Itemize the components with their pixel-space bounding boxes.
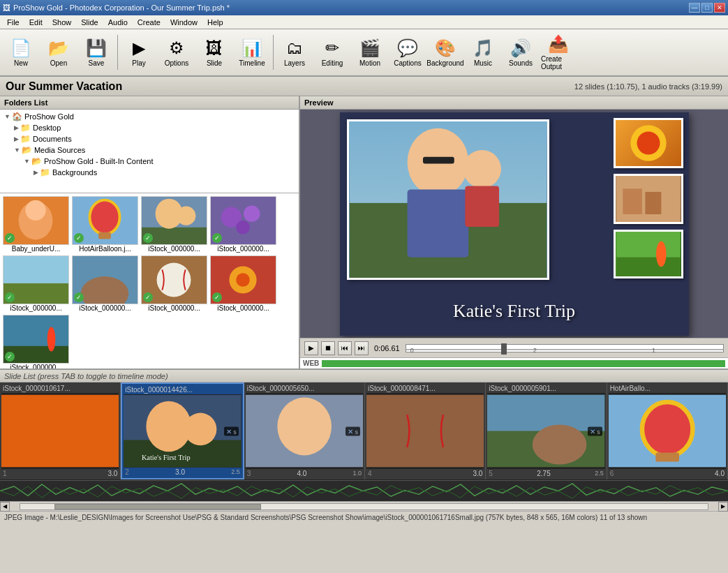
expand-icon: ▶ (14, 124, 19, 131)
folder-item-media-sources[interactable]: ▼ 📂 Media Sources (1, 144, 297, 156)
folder-label: Media Sources (34, 146, 85, 154)
timeline-label: Timeline (239, 59, 265, 67)
slide-num-4: 5 (489, 470, 493, 477)
slide-item-0[interactable]: iStock_0000010617... 1 3.0 (0, 382, 121, 479)
svg-point-36 (637, 131, 660, 154)
menu-item-create[interactable]: Create (133, 17, 165, 28)
toolbar-btn-open[interactable]: 📂Open (40, 31, 77, 73)
slide-list-toggle[interactable]: Slide List (press TAB to toggle to timel… (4, 372, 168, 380)
media-thumb-label-thumb6: iStock_000000... (79, 304, 131, 312)
play-button[interactable]: ▶ (304, 341, 318, 355)
media-thumb-img-thumb6: ✓ (72, 255, 138, 304)
scroll-right-button[interactable]: ▶ (718, 502, 728, 512)
folders-header: Folders List (0, 96, 299, 110)
check-badge-thumb7: ✓ (143, 292, 153, 302)
slide-trans-4: 2.5 (595, 470, 604, 477)
media-thumb-label-thumb8: iStock_000000... (217, 304, 269, 312)
app-icon: 🖼 (3, 3, 10, 12)
captions-icon: 💬 (397, 38, 418, 58)
slide-item-4[interactable]: iStock_0000005901... ✕s 5 2.75 2.5 (486, 382, 607, 479)
minimize-button[interactable]: — (689, 3, 700, 13)
slide-footer-2: 3 4.0 1.0 (246, 469, 363, 478)
menu-item-audio[interactable]: Audio (104, 17, 132, 28)
editing-label: Editing (322, 59, 343, 67)
create-output-icon: 📤 (548, 34, 569, 54)
menu-item-help[interactable]: Help (203, 17, 228, 28)
progress-bar[interactable]: 0 2 1 (406, 344, 724, 352)
preview-controls: ▶ ⏹ ⏮ ⏭ 0:06.61 0 2 1 (300, 338, 728, 357)
toolbar-btn-music[interactable]: 🎵Music (465, 31, 501, 73)
toolbar-btn-save[interactable]: 💾Save (78, 31, 114, 73)
slide-item-3[interactable]: iStock_0000008471... 4 3.0 (365, 382, 486, 479)
stop-button[interactable]: ⏹ (321, 341, 335, 355)
toolbar-btn-timeline[interactable]: 📊Timeline (234, 31, 270, 73)
menu-item-window[interactable]: Window (166, 17, 202, 28)
menu-item-edit[interactable]: Edit (25, 17, 47, 28)
toolbar-btn-editing[interactable]: ✏Editing (314, 31, 350, 73)
media-thumb-img-thumb4: ✓ (210, 196, 276, 245)
menu-item-file[interactable]: File (3, 17, 24, 28)
toolbar-btn-motion[interactable]: 🎬Motion (352, 31, 388, 73)
media-thumb-img-thumb3: ✓ (141, 196, 207, 245)
folder-item-documents[interactable]: ▶ 📁 Documents (1, 133, 297, 144)
slide-item-5[interactable]: HotAirBallo... 6 4.0 (607, 382, 728, 479)
toolbar-btn-layers[interactable]: 🗂Layers (276, 31, 313, 73)
media-thumb-label-thumb9: iStock_000000... (10, 364, 62, 369)
folder-tree[interactable]: ▼ 🏠 ProShow Gold ▶ 📁 Desktop ▶ 📁 Documen… (0, 110, 299, 193)
expand-icon: ▼ (4, 113, 10, 120)
toolbar-btn-create-output[interactable]: 📤Create Output (540, 31, 577, 73)
folder-item-backgrounds[interactable]: ▶ 📁 Backgrounds (1, 167, 297, 178)
prev-button[interactable]: ⏮ (338, 341, 352, 355)
menu-item-slide[interactable]: Slide (77, 17, 102, 28)
media-thumb-thumb2[interactable]: ✓ HotAirBalloon.j... (72, 196, 138, 253)
svg-rect-57 (366, 395, 484, 468)
media-thumb-label-thumb3: iStock_000000... (148, 245, 200, 253)
slide-list-header: Slide List (press TAB to toggle to timel… (0, 369, 728, 382)
toolbar-btn-background[interactable]: 🎨Background (427, 31, 463, 73)
scroll-left-button[interactable]: ◀ (0, 502, 10, 512)
slide-item-2[interactable]: iStock_0000005650... ✕s 3 4.0 1.0 (244, 382, 365, 479)
media-thumb-label-thumb2: HotAirBalloon.j... (79, 245, 131, 253)
menu-item-show[interactable]: Show (48, 17, 76, 28)
close-button[interactable]: ✕ (714, 3, 725, 13)
media-thumb-thumb4[interactable]: ✓ iStock_000000... (210, 196, 276, 253)
media-thumb-thumb9[interactable]: ✓ iStock_000000... (3, 315, 69, 369)
media-thumb-thumb6[interactable]: ✓ iStock_000000... (72, 255, 138, 312)
progress-thumb[interactable] (501, 343, 507, 355)
editing-icon: ✏ (325, 38, 339, 58)
slide-filmstrip[interactable]: iStock_0000010617... 1 3.0 iStock_000001… (0, 382, 728, 480)
hscroll-thumb[interactable] (54, 504, 261, 509)
slide-item-1[interactable]: iStock_0000014426... Katie's First Trip … (121, 382, 244, 479)
sounds-label: Sounds (509, 59, 533, 67)
toolbar-btn-captions[interactable]: 💬Captions (389, 31, 426, 73)
folder-item-desktop[interactable]: ▶ 📁 Desktop (1, 122, 297, 133)
maximize-button[interactable]: □ (701, 3, 713, 13)
media-thumb-img-thumb1: ✓ (3, 196, 69, 245)
media-thumb-thumb1[interactable]: ✓ Baby_underU... (3, 196, 69, 253)
media-thumb-label-thumb1: Baby_underU... (12, 245, 61, 253)
svg-point-2 (25, 200, 45, 221)
next-button[interactable]: ⏭ (355, 341, 369, 355)
media-thumb-thumb8[interactable]: ✓ iStock_000000... (210, 255, 276, 312)
folder-icon: 📁 (20, 134, 31, 144)
toolbar-btn-options[interactable]: ⚙Options (158, 31, 195, 73)
toolbar-btn-play[interactable]: ▶Play (121, 31, 157, 73)
folder-item-proshow-builtin[interactable]: ▼ 📂 ProShow Gold - Built-In Content (1, 156, 297, 167)
svg-rect-17 (3, 256, 68, 283)
toolbar-btn-sounds[interactable]: 🔊Sounds (503, 31, 539, 73)
media-thumb-thumb3[interactable]: ✓ iStock_000000... (141, 196, 207, 253)
slide-footer-0: 1 3.0 (1, 469, 119, 478)
project-info: 12 slides (1:10.75), 1 audio tracks (3:1… (574, 82, 722, 91)
svg-text:Katie's First Trip: Katie's First Trip (142, 454, 191, 461)
slide-num-1: 2 (125, 468, 129, 476)
toolbar-btn-slide[interactable]: 🖼Slide (196, 31, 232, 73)
media-thumb-thumb5[interactable]: ✓ iStock_000000... (3, 255, 69, 312)
toolbar-btn-new[interactable]: 📄New (3, 31, 39, 73)
media-thumb-label-thumb5: iStock_000000... (10, 304, 62, 312)
titlebar-title: ProShow Gold - Photodex Corporation - Ou… (13, 3, 230, 12)
hscroll-track[interactable] (20, 503, 708, 510)
media-thumb-thumb7[interactable]: ✓ iStock_000000... (141, 255, 207, 312)
svg-point-10 (177, 206, 195, 225)
waveform-svg (0, 481, 728, 501)
folder-item-proshow-gold[interactable]: ▼ 🏠 ProShow Gold (1, 111, 297, 122)
